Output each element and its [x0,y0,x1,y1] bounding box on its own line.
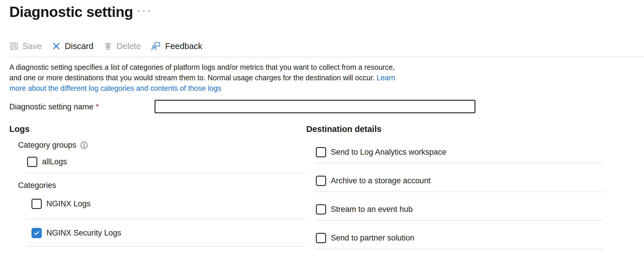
archive-to-storage-row: Archive to a storage account [316,176,430,186]
save-button-label: Save [22,41,42,51]
stream-to-event-hub-row: Stream to an event hub [316,204,413,215]
page-description: A diagnostic setting specifies a list of… [9,62,395,93]
command-toolbar: Save Discard Delete Fee [9,40,202,53]
save-button[interactable]: Save [9,41,42,51]
alllogs-row: allLogs [27,157,67,167]
destination-divider-1 [315,163,603,163]
feedback-person-icon [151,41,161,51]
save-icon [9,41,19,51]
description-line-2: and one or more destinations that you wo… [9,74,374,82]
logs-divider-1 [26,173,305,173]
diagnostic-setting-name-label: Diagnostic setting name* [9,102,99,111]
stream-to-event-hub-label[interactable]: Stream to an event hub [331,205,413,214]
nginx-logs-checkbox[interactable] [32,199,42,209]
destination-divider-3 [315,220,603,221]
alllogs-label[interactable]: allLogs [42,157,67,166]
discard-button[interactable]: Discard [52,41,93,51]
nginx-security-logs-row: NGINX Security Logs [32,228,121,238]
archive-to-storage-checkbox[interactable] [316,176,326,186]
logs-divider-3 [26,246,305,247]
send-to-log-analytics-row: Send to Log Analytics workspace [316,147,446,157]
nginx-logs-label[interactable]: NGINX Logs [46,199,91,208]
categories-label: Categories [18,181,56,190]
send-to-partner-label[interactable]: Send to partner solution [331,233,414,243]
feedback-button-label: Feedback [165,41,202,51]
required-asterisk: * [96,102,99,111]
description-line-1: A diagnostic setting specifies a list of… [9,62,395,72]
discard-x-icon [52,41,61,51]
delete-button[interactable]: Delete [103,41,141,51]
learn-more-link-line-2[interactable]: more about the different log categories … [9,84,221,92]
toolbar-divider [9,57,644,57]
logs-section-heading: Logs [9,124,29,134]
send-to-partner-checkbox[interactable] [316,233,326,243]
alllogs-checkbox[interactable] [27,157,37,167]
page-title: Diagnostic setting [9,4,133,20]
trash-icon [103,41,113,51]
send-to-log-analytics-checkbox[interactable] [316,147,326,157]
stream-to-event-hub-checkbox[interactable] [316,204,326,215]
info-icon[interactable] [80,142,88,149]
logs-divider-2 [26,219,305,219]
destination-divider-2 [315,191,603,192]
more-actions-button[interactable]: ··· [137,6,153,15]
discard-button-label: Discard [65,41,93,51]
send-to-partner-row: Send to partner solution [316,233,414,243]
nginx-logs-row: NGINX Logs [32,199,91,209]
destination-details-heading: Destination details [306,124,382,134]
destination-divider-4 [315,249,603,249]
feedback-button[interactable]: Feedback [151,41,202,51]
delete-button-label: Delete [116,41,141,51]
category-groups-label: Category groups [18,141,88,150]
diagnostic-setting-name-input[interactable] [155,100,475,113]
check-icon [33,229,41,237]
send-to-log-analytics-label[interactable]: Send to Log Analytics workspace [331,148,446,157]
archive-to-storage-label[interactable]: Archive to a storage account [331,176,430,185]
learn-more-link[interactable]: Learn [377,74,395,82]
nginx-security-logs-label[interactable]: NGINX Security Logs [46,229,121,238]
nginx-security-logs-checkbox[interactable] [32,228,42,238]
